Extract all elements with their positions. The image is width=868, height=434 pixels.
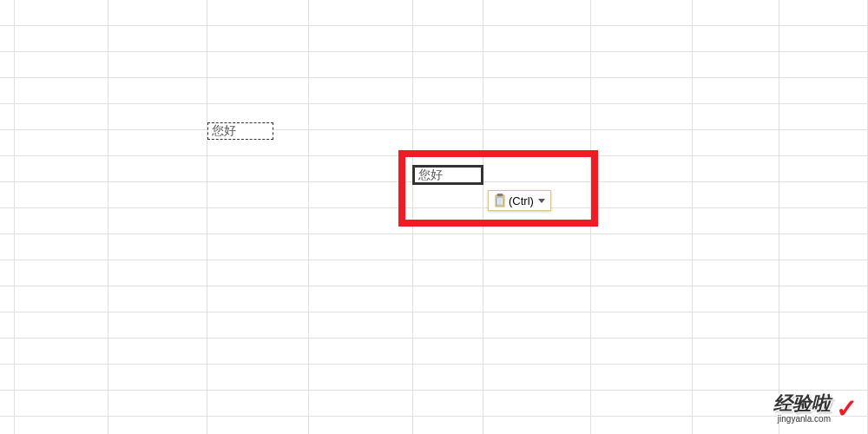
grid-cell[interactable] — [413, 391, 483, 417]
grid-cell[interactable] — [309, 312, 413, 339]
grid-cell[interactable] — [207, 26, 309, 52]
grid-cell[interactable] — [309, 417, 413, 434]
grid-cell[interactable] — [591, 260, 693, 286]
grid-cell[interactable] — [693, 26, 779, 52]
grid-cell[interactable] — [309, 286, 413, 312]
grid-cell[interactable] — [309, 78, 413, 104]
grid-cell[interactable] — [413, 286, 483, 312]
grid-cell[interactable] — [15, 130, 108, 156]
grid-cell[interactable] — [779, 208, 868, 234]
spreadsheet-grid[interactable]: 您好 您好 (Ctrl) 经验啦 jingyanla.com ✓ — [0, 0, 868, 434]
grid-cell[interactable] — [779, 0, 868, 26]
grid-cell[interactable] — [693, 312, 779, 339]
grid-cell[interactable] — [483, 312, 591, 339]
grid-cell[interactable] — [483, 78, 591, 104]
grid-cell[interactable] — [309, 391, 413, 417]
grid-cell[interactable] — [483, 208, 591, 234]
grid-cell[interactable] — [207, 234, 309, 260]
grid-cell[interactable] — [779, 52, 868, 78]
grid-cell[interactable] — [779, 78, 868, 104]
grid-cell[interactable] — [108, 104, 207, 130]
grid-cell[interactable] — [591, 0, 693, 26]
grid-cell[interactable] — [591, 182, 693, 208]
grid-cell[interactable] — [413, 365, 483, 391]
grid-cell[interactable] — [108, 312, 207, 339]
grid-cell[interactable] — [483, 286, 591, 312]
grid-cell[interactable] — [483, 130, 591, 156]
grid-cell[interactable] — [779, 365, 868, 391]
grid-cell[interactable] — [0, 312, 15, 339]
grid-cell[interactable] — [207, 260, 309, 286]
grid-cell[interactable] — [693, 0, 779, 26]
grid-cell[interactable] — [413, 417, 483, 434]
grid-cell[interactable] — [108, 391, 207, 417]
grid-cell[interactable] — [15, 26, 108, 52]
grid-cell[interactable] — [309, 339, 413, 365]
grid-cell[interactable] — [15, 104, 108, 130]
grid-cell[interactable] — [15, 312, 108, 339]
grid-cell[interactable] — [207, 417, 309, 434]
grid-cell[interactable] — [591, 234, 693, 260]
grid-cell[interactable] — [413, 234, 483, 260]
grid-cell[interactable] — [15, 260, 108, 286]
grid-cell[interactable] — [0, 391, 15, 417]
grid-cell[interactable] — [108, 260, 207, 286]
grid-cell[interactable] — [779, 104, 868, 130]
grid-cell[interactable] — [108, 339, 207, 365]
grid-cell[interactable] — [779, 339, 868, 365]
grid-cell[interactable] — [591, 391, 693, 417]
grid-cell[interactable] — [693, 391, 779, 417]
grid-cell[interactable] — [779, 130, 868, 156]
grid-cell[interactable] — [309, 260, 413, 286]
grid-cell[interactable] — [483, 417, 591, 434]
grid-cell[interactable] — [108, 234, 207, 260]
grid-cell[interactable] — [108, 156, 207, 182]
grid-cell[interactable] — [207, 286, 309, 312]
grid-cell[interactable] — [591, 417, 693, 434]
grid-cell[interactable] — [413, 260, 483, 286]
grid-cell[interactable] — [591, 208, 693, 234]
grid-cell[interactable] — [0, 26, 15, 52]
grid-cell[interactable] — [309, 234, 413, 260]
grid-cell[interactable] — [413, 0, 483, 26]
grid-cell[interactable] — [15, 52, 108, 78]
grid-cell[interactable] — [207, 0, 309, 26]
grid-cell[interactable] — [0, 182, 15, 208]
grid-cell[interactable] — [693, 104, 779, 130]
grid-cell[interactable] — [779, 182, 868, 208]
grid-cell[interactable] — [779, 286, 868, 312]
grid-cell[interactable] — [0, 339, 15, 365]
grid-cell[interactable] — [309, 130, 413, 156]
grid-cell[interactable] — [693, 156, 779, 182]
paste-options-button[interactable]: (Ctrl) — [488, 190, 551, 211]
grid-cell[interactable] — [779, 234, 868, 260]
grid-cell[interactable] — [483, 391, 591, 417]
grid-cell[interactable] — [309, 26, 413, 52]
grid-cell[interactable] — [0, 260, 15, 286]
grid-cell[interactable] — [309, 0, 413, 26]
grid-cell[interactable] — [693, 286, 779, 312]
grid-cell[interactable] — [15, 208, 108, 234]
grid-cell[interactable] — [207, 156, 309, 182]
grid-cell[interactable] — [15, 365, 108, 391]
grid-cell[interactable] — [108, 208, 207, 234]
grid-cell[interactable] — [207, 52, 309, 78]
grid-cell[interactable] — [693, 78, 779, 104]
grid-cell[interactable] — [207, 365, 309, 391]
grid-cell[interactable] — [0, 104, 15, 130]
grid-cell[interactable] — [0, 0, 15, 26]
grid-cell[interactable] — [108, 417, 207, 434]
grid-cell[interactable] — [693, 417, 779, 434]
grid-cell[interactable] — [0, 78, 15, 104]
grid-cell[interactable] — [483, 26, 591, 52]
grid-cell[interactable] — [15, 339, 108, 365]
grid-cell[interactable] — [693, 182, 779, 208]
grid-cell[interactable] — [108, 182, 207, 208]
grid-cell[interactable] — [779, 26, 868, 52]
grid-cell[interactable] — [108, 286, 207, 312]
grid-cell[interactable] — [0, 365, 15, 391]
grid-cell[interactable] — [483, 156, 591, 182]
grid-cell[interactable] — [207, 78, 309, 104]
grid-cell[interactable] — [591, 78, 693, 104]
grid-cell[interactable] — [413, 130, 483, 156]
